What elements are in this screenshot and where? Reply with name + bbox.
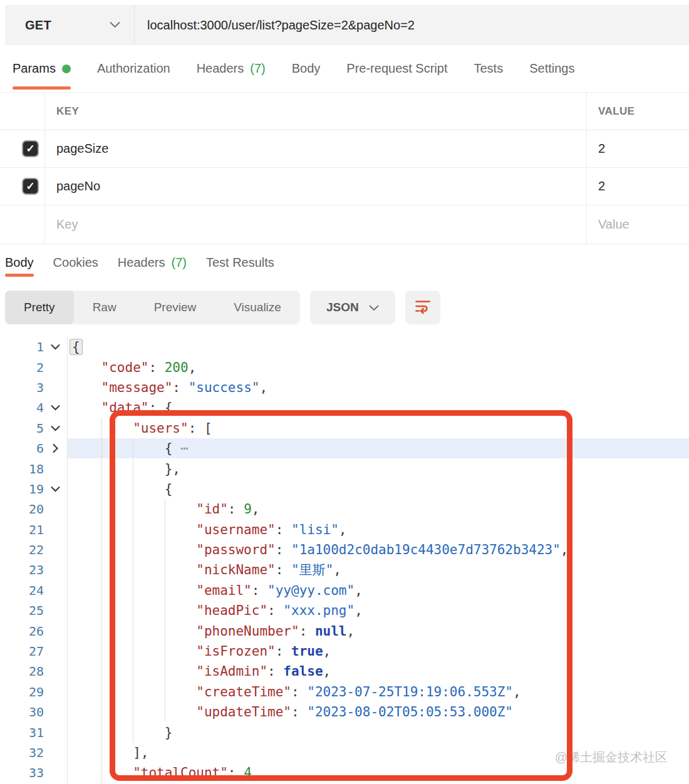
fold-toggle-icon[interactable] [44, 418, 67, 438]
indent-guide [70, 378, 101, 398]
view-mode-visualize[interactable]: Visualize [215, 291, 300, 324]
param-value-cell[interactable]: 2 [587, 168, 689, 205]
code-tokens: "code": 200, [101, 360, 197, 375]
param-key-cell[interactable]: pageSize [45, 130, 587, 167]
indent-guide [70, 722, 101, 742]
gutter-spacer [44, 601, 67, 621]
indent-guide [70, 357, 101, 377]
indent-guide [133, 520, 165, 540]
tab-headers[interactable]: Headers(7) [197, 45, 266, 92]
fold-toggle-icon[interactable] [44, 398, 67, 418]
indent-guide [133, 661, 165, 681]
code-line: 26"phoneNumber": null, [0, 621, 689, 641]
indent-guide [70, 682, 101, 702]
line-number: 21 [0, 520, 44, 540]
line-number: 28 [0, 661, 44, 681]
code-line: 27"isFrozen": true, [0, 641, 689, 661]
line-number: 20 [0, 499, 44, 519]
response-tab-headers[interactable]: Headers(7) [118, 244, 187, 281]
indent-guide [70, 641, 101, 661]
indent-guide [165, 520, 197, 540]
param-key-input[interactable]: Key [45, 205, 587, 244]
indent-guide [133, 438, 165, 458]
code-line-content: "createTime": "2023-07-25T19:19:06.553Z"… [67, 682, 689, 702]
view-mode-pretty[interactable]: Pretty [5, 291, 74, 324]
code-line: 1{ [0, 337, 689, 357]
fold-toggle-icon[interactable] [44, 337, 67, 357]
indent-guide [101, 479, 133, 499]
fold-toggle-icon[interactable] [44, 479, 67, 499]
code-tokens: "message": "success", [101, 380, 268, 395]
code-tokens: } [165, 725, 173, 740]
param-key-cell[interactable]: pageNo [45, 168, 587, 205]
method-label: GET [25, 18, 51, 33]
indent-guide [165, 540, 197, 560]
code-tokens: "password": "1a100d2c0dab19c4430e7d73762… [196, 542, 568, 557]
param-check-cell: ✓ [0, 168, 45, 205]
tab-pre-request-script[interactable]: Pre-request Script [346, 45, 447, 92]
code-line: 23"nickName": "里斯", [0, 560, 689, 580]
tab-authorization[interactable]: Authorization [97, 45, 170, 92]
gutter-spacer [44, 621, 67, 641]
code-line-content: "updateTime": "2023-08-02T05:05:53.000Z" [67, 702, 689, 722]
code-line-content: "headPic": "xxx.png", [67, 601, 689, 621]
response-tab-body[interactable]: Body [5, 244, 34, 281]
line-number: 22 [0, 540, 44, 560]
response-tab-test-results[interactable]: Test Results [206, 244, 274, 281]
indent-guide [101, 499, 133, 519]
param-checkbox[interactable]: ✓ [22, 140, 39, 157]
line-number: 31 [0, 722, 44, 742]
indent-guide [70, 438, 101, 458]
code-line-content: "code": 200, [67, 357, 689, 377]
indent-guide [101, 601, 133, 621]
indent-guide [165, 560, 197, 580]
fold-toggle-icon[interactable] [44, 438, 67, 458]
format-select[interactable]: JSON [310, 291, 395, 324]
indent-guide [101, 661, 133, 681]
code-tokens: "totalCount": 4 [133, 765, 252, 780]
indent-guide [70, 499, 101, 519]
code-tokens: "data": { [101, 400, 173, 415]
code-line-content: "email": "yy@yy.com", [67, 580, 689, 601]
gutter-spacer [44, 661, 67, 681]
gutter-spacer [44, 763, 67, 783]
url-input[interactable]: localhost:3000/user/list?pageSize=2&page… [135, 18, 415, 33]
line-number: 26 [0, 621, 44, 641]
code-tokens: "users": [ [133, 421, 212, 436]
wrap-text-button[interactable] [405, 291, 440, 324]
gutter-spacer [44, 641, 67, 661]
indent-guide [133, 702, 165, 722]
view-mode-raw[interactable]: Raw [74, 291, 135, 324]
response-tab-cookies[interactable]: Cookies [53, 244, 98, 281]
view-mode-preview[interactable]: Preview [135, 291, 215, 324]
line-number: 19 [0, 479, 44, 499]
code-line: 20"id": 9, [0, 499, 689, 519]
indent-guide [165, 499, 197, 519]
param-checkbox[interactable]: ✓ [22, 178, 39, 195]
tab-label: Body [292, 61, 321, 76]
active-tab-underline [5, 274, 34, 277]
tab-body[interactable]: Body [292, 45, 321, 92]
param-value-cell[interactable]: 2 [587, 130, 689, 167]
method-select[interactable]: GET [5, 5, 135, 45]
code-line-content: "id": 9, [67, 499, 689, 519]
param-row: ✓pageNo2 [0, 168, 689, 205]
indent-guide [70, 621, 101, 641]
param-row: ✓pageSize2 [0, 130, 689, 168]
line-number: 30 [0, 702, 44, 722]
code-line-content: "totalCount": 4 [67, 763, 689, 783]
indent-guide [101, 580, 133, 601]
code-tokens: "createTime": "2023-07-25T19:19:06.553Z"… [196, 684, 521, 699]
request-tabs: ParamsAuthorizationHeaders(7)BodyPre-req… [0, 45, 689, 93]
indent-guide [133, 641, 165, 661]
code-line: 4"data": { [0, 398, 689, 418]
tab-count-badge: (7) [171, 255, 186, 270]
column-header-key: KEY [45, 93, 587, 130]
code-tokens: ], [133, 745, 148, 760]
tab-tests[interactable]: Tests [474, 45, 503, 92]
param-value-input[interactable]: Value [587, 205, 689, 244]
code-tokens: "phoneNumber": null, [196, 624, 355, 639]
indent-guide [70, 560, 101, 580]
tab-settings[interactable]: Settings [529, 45, 574, 92]
tab-params[interactable]: Params [13, 45, 71, 92]
